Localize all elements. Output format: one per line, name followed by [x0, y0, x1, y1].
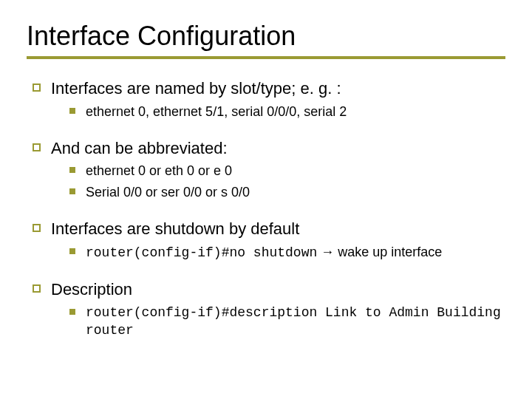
square-fill-icon — [69, 167, 75, 173]
bullet-text: Interfaces are shutdown by default — [51, 219, 299, 240]
slide-title: Interface Configuration — [27, 21, 505, 52]
slide: Interface Configuration Interfaces are n… — [0, 0, 532, 399]
bullet-text: ethernet 0 or eth 0 or e 0 — [86, 162, 232, 180]
tail-text: wake up interface — [338, 245, 442, 259]
bullet-text: Description — [51, 279, 132, 301]
code-text: router(config-if)#description Link to Ad… — [86, 304, 505, 340]
square-outline-icon — [33, 284, 41, 293]
bullet-text: And can be abbreviated: — [51, 138, 228, 160]
square-fill-icon — [69, 188, 75, 194]
bullet-text: ethernet 0, ethernet 5/1, serial 0/0/0, … — [86, 103, 347, 120]
bullet-level1: Description — [33, 279, 505, 301]
square-outline-icon — [33, 224, 41, 232]
bullet-text: Serial 0/0 or ser 0/0 or s 0/0 — [86, 183, 250, 201]
square-fill-icon — [69, 309, 75, 315]
square-outline-icon — [33, 83, 41, 92]
arrow-icon: → — [317, 245, 338, 259]
bullet-level1: And can be abbreviated: — [33, 138, 505, 160]
bullet-level2: router(config-if)#no shutdown → wake up … — [69, 243, 505, 262]
bullet-level1: Interfaces are shutdown by default — [33, 219, 505, 240]
bullet-text: router(config-if)#no shutdown → wake up … — [86, 243, 442, 262]
square-fill-icon — [69, 108, 75, 114]
bullet-text: Interfaces are named by slot/type; e. g.… — [51, 78, 341, 100]
bullet-level2: ethernet 0 or eth 0 or e 0 — [69, 162, 505, 180]
bullet-level1: Interfaces are named by slot/type; e. g.… — [33, 78, 505, 100]
bullet-level2: Serial 0/0 or ser 0/0 or s 0/0 — [69, 183, 505, 201]
code-text: router(config-if)#no shutdown — [86, 245, 317, 260]
bullet-level2: router(config-if)#description Link to Ad… — [69, 304, 505, 340]
square-outline-icon — [33, 143, 41, 151]
title-underline — [27, 56, 505, 59]
bullet-level2: ethernet 0, ethernet 5/1, serial 0/0/0, … — [69, 103, 505, 120]
square-fill-icon — [69, 248, 75, 254]
